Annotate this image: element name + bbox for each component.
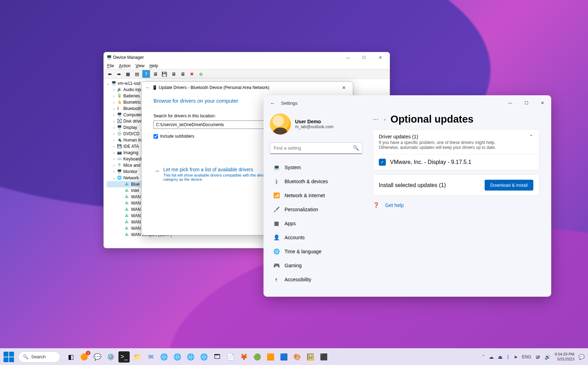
nav-item[interactable]: 🌐Time & language	[270, 245, 362, 259]
driver-updates-header[interactable]: Driver updates (1) If you have a specifi…	[373, 130, 539, 154]
notepad-icon[interactable]: 📄	[225, 351, 236, 363]
menu-action[interactable]: Action	[119, 63, 130, 68]
include-subfolders-input[interactable]	[153, 134, 158, 139]
menu-help[interactable]: Help	[150, 63, 158, 68]
dialog-title: Update Drivers - Bluetooth Device (Perso…	[157, 85, 337, 90]
app-icon-5[interactable]: ⬛	[318, 351, 329, 363]
firefox-icon[interactable]: 🦊	[238, 351, 249, 363]
notifications-icon[interactable]: 💬	[579, 354, 584, 360]
page-title: Optional updates	[390, 113, 473, 125]
nav-item[interactable]: 📶Network & internet	[270, 188, 362, 202]
photos-icon[interactable]: 🖼️	[305, 351, 316, 363]
volume-icon[interactable]: 🔊	[545, 354, 551, 360]
get-help-row[interactable]: ❓ Get help	[373, 202, 539, 208]
edge-icon[interactable]: 🌐	[158, 351, 170, 363]
nav-label: Accounts	[285, 235, 305, 240]
search-icon: 🔍	[23, 354, 28, 359]
toolbar-forward-icon[interactable]: ➡	[115, 70, 123, 78]
settings-search-input[interactable]	[270, 142, 362, 154]
settings-minimize-button[interactable]: —	[502, 97, 518, 109]
nav-label: Gaming	[285, 263, 302, 268]
nav-item[interactable]: 💻System	[270, 160, 362, 174]
nav-label: Accessibility	[285, 277, 311, 282]
user-profile[interactable]: User Demo m_lab@outlook.com	[270, 113, 362, 135]
toolbar-add-icon[interactable]: ⊕	[197, 70, 205, 78]
minimize-button[interactable]: —	[340, 52, 356, 63]
chrome-icon[interactable]: 🟢	[252, 351, 263, 363]
dialog-close-button[interactable]: ✕	[337, 82, 351, 94]
taskbar-search[interactable]: 🔍 Search	[18, 351, 60, 363]
toolbar-back-icon[interactable]: ⬅	[106, 70, 114, 78]
device-manager-toolbar: ⬅ ➡ ▦ ▤ ? 🖥 💾 🖥 🖥 ✖ ⊕	[104, 69, 390, 79]
toolbar-properties-icon[interactable]: ▤	[133, 70, 141, 78]
chevron-right-icon: ›	[384, 117, 385, 122]
nav-item[interactable]: ⫯Accessibility	[270, 273, 362, 287]
terminal-icon[interactable]: >_	[118, 351, 130, 363]
driver-update-item[interactable]: ✓ VMware, Inc. - Display - 9.17.5.1	[373, 154, 539, 170]
onedrive-icon[interactable]: ☁	[489, 354, 494, 360]
menu-view[interactable]: View	[136, 63, 145, 68]
driver-item-checkbox[interactable]: ✓	[379, 159, 386, 166]
app-icon-4[interactable]: 🟦	[278, 351, 289, 363]
toolbar-update-icon[interactable]: 🖥	[170, 70, 177, 78]
task-view-icon[interactable]: ◧	[65, 351, 76, 363]
settings-maximize-button[interactable]: ☐	[518, 97, 534, 109]
toolbar-show-tree-icon[interactable]: ▦	[124, 70, 132, 78]
taskbar-clock[interactable]: 9:54:29 PM 5/31/2023	[555, 352, 574, 362]
download-install-button[interactable]: Download & install	[485, 180, 533, 191]
help-icon: ❓	[373, 202, 380, 208]
settings-close-button[interactable]: ✕	[534, 97, 551, 109]
chevron-up-icon[interactable]: ⌃	[529, 134, 533, 150]
toolbar-device-icon[interactable]: 💾	[160, 70, 168, 78]
edge-canary-icon[interactable]: 🌐	[198, 351, 210, 363]
nav-item[interactable]: ▦Apps	[270, 216, 362, 230]
chat-icon[interactable]: 💬	[92, 351, 103, 363]
bluetooth-icon[interactable]: ᛒ	[507, 354, 510, 360]
install-row: Install selected updates (1) Download & …	[373, 174, 539, 196]
settings-app-icon[interactable]: ⚙️	[105, 351, 116, 363]
toolbar-help-icon[interactable]: ?	[142, 70, 150, 78]
menu-file[interactable]: File	[107, 63, 114, 68]
maximize-button[interactable]: ☐	[356, 52, 372, 63]
nav-label: Bluetooth & devices	[285, 179, 328, 184]
nav-icon: 👤	[273, 234, 280, 241]
paint-icon[interactable]: 🎨	[292, 351, 303, 363]
close-button[interactable]: ✕	[372, 52, 388, 63]
toolbar-uninstall-icon[interactable]: 🖥	[179, 70, 186, 78]
edge-beta-icon[interactable]: 🌐	[172, 351, 183, 363]
explorer-icon[interactable]: 📁	[132, 351, 143, 363]
app-icon[interactable]: 🟠1	[78, 351, 90, 363]
toolbar-scan-icon[interactable]: 🖥	[151, 70, 159, 78]
outlook-icon[interactable]: ✉	[145, 351, 156, 363]
language-indicator[interactable]: ENG	[522, 354, 531, 359]
device-manager-titlebar[interactable]: 🖥️ Device Manager — ☐ ✕	[104, 52, 390, 63]
toolbar-disable-icon[interactable]: ✖	[188, 70, 196, 78]
settings-back-icon[interactable]: ←	[264, 100, 281, 106]
nav-icon: ᛒ	[273, 178, 280, 185]
nav-item[interactable]: 🖌️Personalization	[270, 202, 362, 216]
settings-nav: 💻SystemᛒBluetooth & devices📶Network & in…	[270, 160, 362, 287]
usb-icon[interactable]: ⏏	[498, 354, 502, 360]
nav-item[interactable]: 🎮Gaming	[270, 259, 362, 273]
driver-item-label: VMware, Inc. - Display - 9.17.5.1	[390, 159, 471, 165]
start-button[interactable]	[4, 352, 14, 362]
mmc-icon: 🖥️	[107, 55, 112, 60]
settings-titlebar[interactable]: ← Settings — ☐ ✕	[264, 95, 551, 111]
edge-dev-icon[interactable]: 🌐	[185, 351, 196, 363]
dialog-back-icon[interactable]: ←	[144, 85, 152, 90]
get-help-link[interactable]: Get help	[385, 202, 404, 208]
device-manager-menubar: File Action View Help	[104, 63, 390, 69]
network-icon[interactable]: 🖳	[535, 354, 540, 360]
dialog-titlebar[interactable]: ← 📱 Update Drivers - Bluetooth Device (P…	[142, 82, 353, 94]
nav-item[interactable]: ᛒBluetooth & devices	[270, 174, 362, 188]
system-tray: ˄ ☁ ⏏ ᛒ ➤ ENG 🖳 🔊 9:54:29 PM 5/31/2023 💬	[482, 352, 584, 362]
settings-main: ⋯ › Optional updates Driver updates (1) …	[369, 111, 551, 297]
settings-window: ← Settings — ☐ ✕ User Demo m_lab@outlook…	[264, 95, 551, 297]
tray-chevron-icon[interactable]: ˄	[482, 354, 485, 360]
breadcrumb-more-icon[interactable]: ⋯	[373, 116, 379, 123]
app-icon-2[interactable]: 🗔	[212, 351, 223, 363]
nav-icon: 📶	[273, 192, 280, 199]
app-icon-3[interactable]: 🟧	[265, 351, 276, 363]
nav-item[interactable]: 👤Accounts	[270, 230, 362, 245]
location-icon[interactable]: ➤	[514, 354, 518, 360]
